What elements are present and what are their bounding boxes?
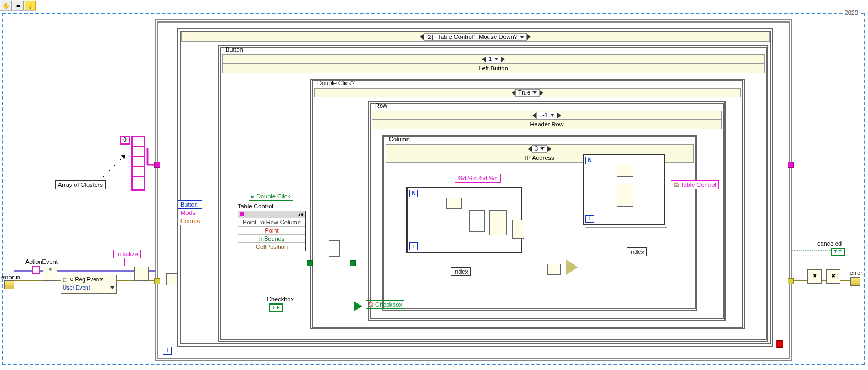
highlight-button[interactable]: 💡	[25, 1, 36, 10]
error-tunnel-right	[788, 278, 794, 284]
bundle-node[interactable]	[617, 183, 633, 207]
case-dbl-selector[interactable]: True	[314, 88, 741, 97]
table-control-label: Table Control	[238, 203, 273, 209]
table-control-local[interactable]: 🏠Table Control	[671, 180, 719, 189]
for1-N: N	[409, 190, 418, 197]
case-row: Row ..-1 Header Row Column 3	[368, 101, 726, 321]
green-tunnel-2	[350, 260, 356, 266]
green-tunnel-1	[307, 260, 313, 266]
checkbox-tf: T F	[269, 303, 283, 312]
event-dyn-reg-left	[166, 273, 178, 285]
unbundle-cellpos-node[interactable]	[329, 240, 340, 257]
case-column-title: Column	[389, 136, 410, 142]
destroy-user-event-node[interactable]: ✖	[826, 269, 840, 284]
register-events-node[interactable]: ⬚ ↯ Reg Events User Event	[61, 275, 117, 294]
cluster-tunnel-left	[154, 162, 160, 168]
index-label-1: Index	[451, 267, 471, 276]
checkbox-local-write[interactable]: 🏠Checkbox	[366, 300, 404, 309]
stop-button[interactable]	[776, 340, 783, 348]
create-user-event-node[interactable]: ✳	[43, 267, 57, 281]
not-node[interactable]	[354, 301, 362, 311]
error-in-terminal[interactable]	[4, 280, 14, 289]
select-node[interactable]	[566, 259, 578, 275]
for-loop-inner-1: N i	[406, 187, 522, 253]
case-button-subtitle: Left Button	[222, 64, 765, 73]
index-array-node[interactable]	[446, 198, 462, 209]
case-button-title: Button	[226, 46, 243, 53]
case-row-subtitle: Header Row	[372, 120, 722, 129]
for1-i: i	[409, 242, 418, 250]
action-event-label: ActionEvent	[25, 258, 58, 265]
case-column-selector[interactable]: 3	[386, 144, 694, 153]
for2-N: N	[585, 157, 594, 164]
for2-i: i	[585, 215, 594, 223]
event-case-selector[interactable]: [2] "Table Control": Mouse Down?	[181, 32, 770, 42]
array-constant[interactable]: 0	[120, 136, 145, 191]
canceled-indicator: T F	[831, 248, 845, 256]
cluster-tunnel-right	[788, 162, 794, 168]
unregister-events-node[interactable]: ✖	[807, 269, 822, 284]
compare-node[interactable]	[547, 264, 561, 275]
case-column: Column 3 IP Address %d.%d.%d.%d	[382, 135, 697, 311]
action-event-terminal[interactable]	[32, 266, 40, 274]
while-loop-i: i	[163, 347, 172, 355]
case-double-click: Double Click? True Row ..-1 Header Row	[310, 79, 745, 329]
double-click-label: ▸Double Click	[249, 192, 293, 201]
error-tunnel-left	[154, 278, 160, 284]
error-out-terminal[interactable]	[850, 277, 860, 286]
year-label: 2020	[844, 9, 859, 16]
scan-from-string-node[interactable]	[469, 210, 485, 232]
event-data-node[interactable]: Button Mods Coords	[178, 200, 202, 225]
build-cluster-node[interactable]	[489, 210, 507, 235]
arrow-tool-button[interactable]: ➡	[13, 1, 24, 10]
format-string-constant[interactable]: %d.%d.%d.%d	[455, 174, 501, 183]
event-structure: [2] "Table Control": Mouse Down? Button …	[177, 28, 773, 347]
initialize-label: Initialize	[113, 250, 141, 258]
initialize-wire	[124, 258, 125, 266]
toolbar: ✋ ➡ 💡	[0, 0, 36, 11]
case-row-selector[interactable]: ..-1	[372, 111, 722, 120]
case-dbl-title: Double Click?	[317, 80, 355, 86]
array-of-clusters-label: Array of Clusters	[55, 180, 106, 189]
sort-1d-array-node[interactable]	[512, 220, 524, 239]
canceled-label: canceled	[817, 240, 842, 247]
case-row-title: Row	[375, 102, 387, 109]
while-loop: i Discard? [2] "Table Control": Mouse Do…	[155, 19, 792, 361]
error-out-label: error	[850, 269, 862, 276]
for-loop-inner-2: N i	[583, 154, 665, 225]
error-in-label: error in	[1, 274, 20, 280]
point-to-row-column-node[interactable]: ▴▾ Point To Row Column Point InBounds Ce…	[238, 211, 306, 251]
checkbox-title: Checkbox	[267, 296, 294, 302]
dynamic-event-terminal[interactable]	[134, 267, 149, 281]
hand-tool-button[interactable]: ✋	[1, 1, 12, 10]
format-node[interactable]	[617, 165, 633, 177]
case-button-selector[interactable]: 1	[222, 54, 765, 64]
case-button: Button 1 Left Button Double Click? True	[218, 45, 768, 342]
index-label-2: Index	[627, 247, 647, 256]
